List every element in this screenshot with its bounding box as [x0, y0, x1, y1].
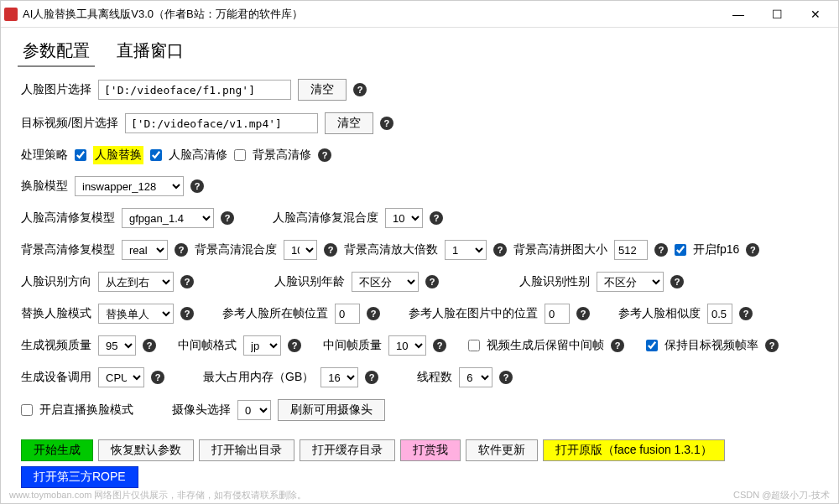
- open-output-button[interactable]: 打开输出目录: [199, 439, 294, 461]
- donate-button[interactable]: 打赏我: [400, 439, 461, 461]
- bg-restore-select[interactable]: real: [122, 240, 168, 260]
- mid-quality-select[interactable]: 10: [388, 335, 426, 356]
- tab-live[interactable]: 直播窗口: [112, 36, 189, 67]
- mid-quality-label: 中间帧质量: [323, 338, 382, 353]
- bg-scale-select[interactable]: 1: [445, 240, 487, 260]
- face-image-clear-button[interactable]: 清空: [298, 79, 347, 101]
- device-select[interactable]: CPU: [98, 367, 144, 387]
- face-image-input[interactable]: [98, 80, 291, 100]
- window-title: AI人脸替换工具离线版V3.0（作者B站：万能君的软件库）: [23, 7, 719, 22]
- help-icon: ?: [611, 339, 624, 352]
- target-clear-button[interactable]: 清空: [325, 112, 373, 134]
- face-image-label: 人脸图片选择: [21, 82, 91, 97]
- app-icon: [4, 8, 18, 21]
- bg-tile-input[interactable]: [614, 240, 648, 260]
- help-icon: ?: [353, 83, 367, 96]
- target-label: 目标视频/图片选择: [21, 116, 118, 131]
- keep-mid-label: 视频生成后保留中间帧: [487, 338, 604, 353]
- face-restore-select[interactable]: gfpgan_1.4: [122, 208, 214, 228]
- help-icon: ?: [175, 243, 188, 257]
- update-button[interactable]: 软件更新: [466, 439, 538, 461]
- help-icon: ?: [143, 339, 156, 352]
- help-icon: ?: [433, 339, 446, 352]
- refresh-cam-button[interactable]: 刷新可用摄像头: [278, 399, 385, 421]
- strategy-swap-checkbox[interactable]: [75, 149, 86, 161]
- mid-fmt-label: 中间帧格式: [178, 338, 237, 353]
- detect-dir-label: 人脸识别方向: [21, 274, 91, 289]
- fp16-label: 开启fp16: [693, 242, 739, 257]
- strategy-facehd-label: 人脸高清修: [169, 148, 227, 163]
- ref-frame-input[interactable]: [335, 304, 360, 324]
- reset-button[interactable]: 恢复默认参数: [98, 439, 194, 461]
- keep-fps-checkbox[interactable]: [646, 340, 658, 351]
- start-button[interactable]: 开始生成: [21, 439, 93, 461]
- ref-frame-label: 参考人脸所在帧位置: [222, 306, 328, 321]
- help-icon: ?: [380, 117, 393, 130]
- face-restore-blend-select[interactable]: 10: [385, 208, 423, 228]
- help-icon: ?: [499, 371, 513, 384]
- ref-mode-select[interactable]: 替换单人: [98, 304, 174, 324]
- fp16-checkbox[interactable]: [675, 244, 686, 256]
- detect-gender-select[interactable]: 不区分: [597, 272, 664, 292]
- swap-model-label: 换脸模型: [21, 179, 68, 194]
- threads-select[interactable]: 6: [459, 367, 492, 387]
- maximize-button[interactable]: ☐: [758, 2, 796, 27]
- strategy-label: 处理策略: [21, 148, 68, 163]
- open-cache-button[interactable]: 打开缓存目录: [300, 439, 395, 461]
- swap-model-select[interactable]: inswapper_128: [75, 176, 184, 196]
- close-button[interactable]: ✕: [796, 2, 835, 27]
- bg-restore-label: 背景高清修复模型: [21, 242, 115, 257]
- help-icon: ?: [425, 275, 439, 288]
- detect-age-label: 人脸识别年龄: [274, 274, 345, 289]
- detect-age-select[interactable]: 不区分: [352, 272, 419, 292]
- ref-pos-label: 参考人脸在图片中的位置: [409, 306, 538, 321]
- live-enable-label: 开启直播换脸模式: [39, 403, 133, 418]
- tabs: 参数配置 直播窗口: [1, 28, 838, 67]
- help-icon: ?: [746, 243, 759, 257]
- help-icon: ?: [430, 211, 443, 225]
- mid-fmt-select[interactable]: jp: [243, 335, 281, 356]
- target-input[interactable]: [125, 113, 318, 133]
- keep-mid-checkbox[interactable]: [468, 340, 480, 351]
- face-restore-label: 人脸高清修复模型: [21, 210, 115, 226]
- help-icon: ?: [365, 371, 378, 384]
- minimize-button[interactable]: —: [719, 2, 758, 27]
- cam-select[interactable]: 0: [237, 400, 271, 420]
- mem-label: 最大占用内存（GB）: [203, 370, 314, 385]
- device-label: 生成设备调用: [21, 370, 91, 385]
- app-window: AI人脸替换工具离线版V3.0（作者B站：万能君的软件库） — ☐ ✕ 参数配置…: [0, 0, 839, 504]
- strategy-swap-label: 人脸替换: [93, 146, 143, 164]
- help-icon: ?: [324, 243, 337, 257]
- help-icon: ?: [151, 371, 164, 384]
- open-rope-button[interactable]: 打开第三方ROPE: [21, 466, 138, 488]
- help-icon: ?: [221, 211, 234, 225]
- help-icon: ?: [180, 275, 194, 288]
- ref-pos-input[interactable]: [545, 304, 570, 324]
- help-icon: ?: [493, 243, 507, 257]
- content: 人脸图片选择 清空 ? 目标视频/图片选择 清空 ? 处理策略 人脸替换 人脸高…: [1, 67, 838, 500]
- help-icon: ?: [654, 243, 668, 257]
- video-quality-select[interactable]: 95: [98, 335, 136, 356]
- footer-left: www.toymoban.com 网络图片仅供展示，非存储，如有侵权请联系删除。: [9, 489, 306, 501]
- strategy-bghd-label: 背景高清修: [253, 148, 311, 163]
- open-original-button[interactable]: 打开原版（face fusion 1.3.1）: [543, 439, 725, 461]
- ref-sim-label: 参考人脸相似度: [618, 306, 701, 321]
- detect-dir-select[interactable]: 从左到右: [98, 272, 174, 292]
- video-quality-label: 生成视频质量: [21, 338, 91, 353]
- tab-config[interactable]: 参数配置: [18, 36, 95, 67]
- cam-label: 摄像头选择: [172, 403, 231, 418]
- ref-sim-input[interactable]: [707, 304, 732, 324]
- bg-blend-select[interactable]: 10: [284, 240, 317, 260]
- bg-blend-label: 背景高清混合度: [195, 242, 277, 257]
- help-icon: ?: [576, 307, 590, 320]
- keep-fps-label: 保持目标视频帧率: [664, 338, 758, 353]
- help-icon: ?: [670, 275, 684, 288]
- footer: www.toymoban.com 网络图片仅供展示，非存储，如有侵权请联系删除。…: [9, 489, 830, 501]
- bg-scale-label: 背景高清放大倍数: [344, 242, 438, 257]
- strategy-bghd-checkbox[interactable]: [234, 149, 246, 161]
- live-enable-checkbox[interactable]: [21, 404, 33, 416]
- strategy-facehd-checkbox[interactable]: [150, 149, 162, 161]
- mem-select[interactable]: 16: [320, 367, 358, 387]
- threads-label: 线程数: [417, 370, 452, 385]
- help-icon: ?: [765, 339, 779, 352]
